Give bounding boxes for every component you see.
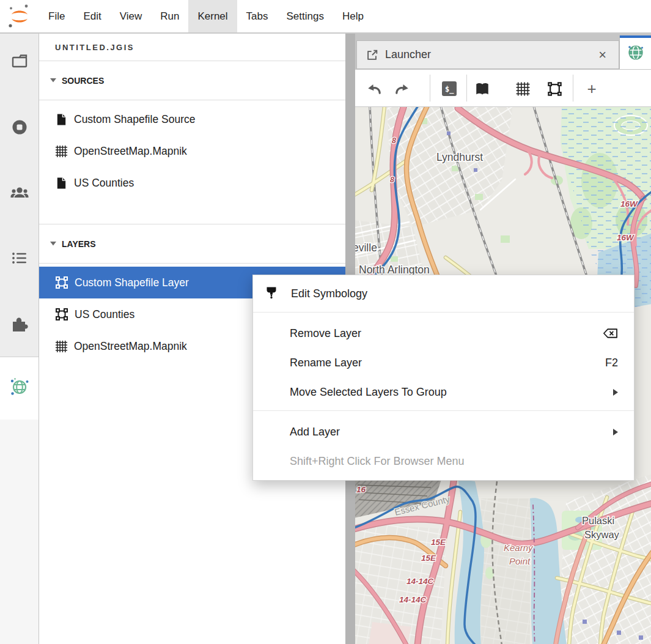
menu-item-label: Edit Symbology <box>291 287 367 300</box>
identify-book-button[interactable] <box>472 78 493 99</box>
map-label-14-14c: 14-14C <box>406 577 434 586</box>
tab-bar: Launcher × <box>355 34 651 70</box>
menu-view[interactable]: View <box>111 0 152 32</box>
map-toolbar: $_ <box>355 70 651 107</box>
undo-button[interactable] <box>364 78 384 99</box>
vector-layer-icon <box>55 276 68 289</box>
map-label-16w: 16W <box>617 233 634 242</box>
document-title: UNTITLED.JGIS <box>39 34 345 61</box>
active-tab-accent <box>620 35 651 38</box>
plus-glyph: + <box>587 80 596 98</box>
raster-grid-icon <box>55 145 68 158</box>
map-label-belleville: eville <box>355 242 377 254</box>
console-button[interactable]: $_ <box>439 78 460 99</box>
map-label-north-arlington: North Arlington <box>359 264 430 276</box>
menu-bar: File Edit View Run Kernel Tabs Settings … <box>0 0 651 32</box>
extension-manager-puzzle-icon[interactable] <box>0 311 39 336</box>
map-label-route8: 8 <box>392 136 396 145</box>
menu-item-edit-symbology[interactable]: Edit Symbology <box>253 279 634 308</box>
tab-launcher-label: Launcher <box>385 48 587 61</box>
layer-context-menu: Edit Symbology Remove Layer Rename Layer… <box>252 275 634 481</box>
menu-help[interactable]: Help <box>333 0 373 32</box>
collapse-triangle-icon <box>50 242 56 246</box>
map-label-16w: 16W <box>620 199 638 209</box>
brush-icon <box>264 285 279 303</box>
menu-settings[interactable]: Settings <box>278 0 333 32</box>
map-label-14-14c: 14-14C <box>399 595 427 604</box>
menu-edit[interactable]: Edit <box>74 0 110 32</box>
map-label-point: Point <box>509 556 531 566</box>
sources-header-label: SOURCES <box>62 76 104 86</box>
vector-layer-icon <box>55 308 68 321</box>
map-label-kearny: Kearny <box>504 542 534 553</box>
submenu-arrow-icon <box>613 429 618 435</box>
add-vector-layer-button[interactable] <box>544 78 565 99</box>
tab-launcher[interactable]: Launcher × <box>356 40 619 69</box>
running-kernels-icon[interactable] <box>0 115 39 139</box>
map-label-skyway: Skyway <box>584 529 620 540</box>
redo-button[interactable] <box>392 78 413 99</box>
file-icon <box>55 113 68 127</box>
sidebar-empty-area <box>0 420 39 644</box>
file-icon <box>55 176 68 190</box>
menu-tabs[interactable]: Tabs <box>237 0 278 32</box>
collaboration-users-icon[interactable] <box>0 180 39 205</box>
source-item-openstreetmap[interactable]: OpenStreetMap.Mapnik <box>39 135 345 167</box>
map-label-lyndhurst: Lyndhurst <box>436 151 483 163</box>
file-browser-icon[interactable] <box>0 50 39 74</box>
menu-item-label: Move Selected Layers To Group <box>290 386 447 399</box>
terminal-glyph: $_ <box>445 85 454 94</box>
source-label: US Counties <box>74 177 134 190</box>
tab-gis-document[interactable] <box>619 35 651 69</box>
table-of-contents-icon[interactable] <box>0 246 39 270</box>
toolbar-separator <box>430 75 430 102</box>
map-label-pulaski: Pulaski <box>582 515 614 526</box>
jupyter-logo-icon <box>0 3 39 30</box>
activity-sidebar <box>0 34 39 644</box>
jupytergis-globe-icon <box>627 44 644 64</box>
toolbar-separator <box>466 75 467 102</box>
application-window: File Edit View Run Kernel Tabs Settings … <box>0 0 651 644</box>
menu-file[interactable]: File <box>39 0 74 32</box>
menu-item-label: Rename Layer <box>290 357 362 369</box>
menu-item-label: Shift+Right Click For Browser Menu <box>290 455 465 468</box>
menu-item-label: Add Layer <box>290 426 340 439</box>
submenu-arrow-icon <box>613 389 618 396</box>
jupytergis-sidebar-section <box>0 357 39 420</box>
menu-run[interactable]: Run <box>151 0 188 32</box>
add-raster-layer-button[interactable] <box>512 78 533 99</box>
map-label-15e: 15E <box>421 553 436 563</box>
add-button[interactable]: + <box>581 78 602 99</box>
menu-item-label: Remove Layer <box>290 327 361 340</box>
raster-grid-icon <box>55 340 68 353</box>
launcher-icon <box>366 48 379 62</box>
layer-label: Custom Shapefile Layer <box>75 276 189 289</box>
menu-item-add-layer[interactable]: Add Layer <box>253 417 634 446</box>
jupytergis-globe-icon[interactable] <box>9 376 31 401</box>
menu-item-browser-menu-hint: Shift+Right Click For Browser Menu <box>253 446 634 476</box>
layer-label: US Counties <box>75 308 134 321</box>
menu-item-rename-layer[interactable]: Rename Layer F2 <box>253 348 634 377</box>
menu-kernel[interactable]: Kernel <box>188 0 237 32</box>
source-item-custom-shapefile[interactable]: Custom Shapefile Source <box>39 103 345 135</box>
menu-item-remove-layer[interactable]: Remove Layer <box>253 319 634 348</box>
source-label: Custom Shapefile Source <box>74 113 195 126</box>
layer-label: OpenStreetMap.Mapnik <box>74 340 187 353</box>
layers-section-header[interactable]: LAYERS <box>39 224 345 264</box>
collapse-triangle-icon <box>50 78 56 83</box>
sources-section-header[interactable]: SOURCES <box>39 61 345 100</box>
source-item-us-counties[interactable]: US Counties <box>39 167 345 199</box>
layers-header-label: LAYERS <box>62 239 96 249</box>
shortcut-label: F2 <box>605 357 618 369</box>
map-label-15e: 15E <box>431 538 446 547</box>
map-label-16: 16 <box>356 485 366 494</box>
tab-close-icon[interactable]: × <box>594 47 611 63</box>
delete-forward-icon <box>603 327 618 339</box>
toolbar-separator <box>573 75 573 102</box>
menu-item-move-to-group[interactable]: Move Selected Layers To Group <box>253 377 634 407</box>
source-label: OpenStreetMap.Mapnik <box>74 145 187 158</box>
map-label-route8: 8 <box>390 176 394 184</box>
sources-tree: Custom Shapefile Source OpenStreetMap.Ma… <box>39 100 345 199</box>
